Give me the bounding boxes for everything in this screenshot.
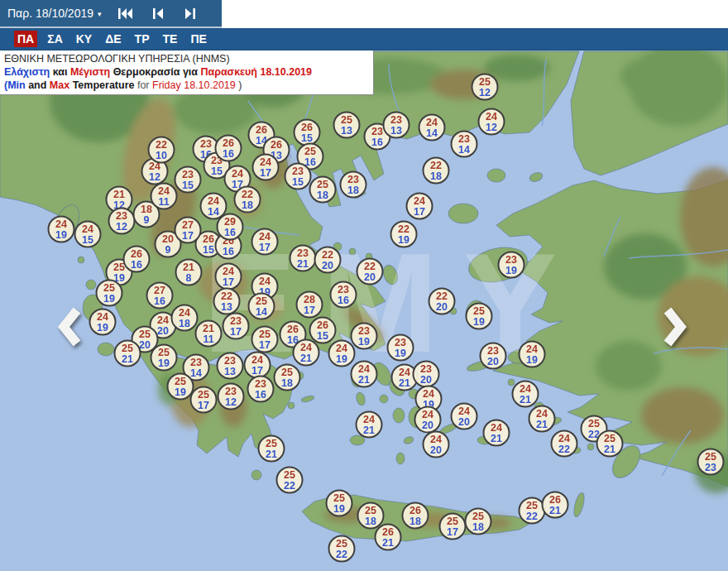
chevron-left-icon [64, 310, 77, 343]
date-dropdown[interactable]: Παρ. 18/10/2019 ▾ [7, 7, 102, 20]
tab-ΣΑ[interactable]: ΣΑ [44, 31, 66, 47]
tab-ΠΕ[interactable]: ΠΕ [187, 31, 209, 47]
map-title-box: ΕΘΝΙΚΗ ΜΕΤΕΩΡΟΛΟΓΙΚΗ ΥΠΗΡΕΣΙΑ (HNMS) Ελά… [0, 50, 374, 95]
toolbar-blue-area: Παρ. 18/10/2019 ▾ [0, 0, 222, 28]
tab-ΚΥ[interactable]: ΚΥ [73, 31, 95, 47]
tab-ΔΕ[interactable]: ΔΕ [102, 31, 124, 47]
title-part: ) [236, 79, 242, 91]
day-tabs: ΠΑΣΑΚΥΔΕΤΡΤΕΠΕ [0, 28, 728, 50]
title-english: (Min and Max Temperature for Friday 18.1… [4, 79, 369, 92]
title-greek: Ελάχιστη και Μέγιστη Θερμοκρασία για Παρ… [4, 65, 369, 79]
title-part: Friday 18.10.2019 [152, 79, 236, 91]
first-day-button[interactable] [118, 8, 132, 19]
title-part: for [134, 79, 152, 91]
title-part: Παρασκευή 18.10.2019 [200, 66, 312, 78]
tab-ΠΑ[interactable]: ΠΑ [14, 31, 37, 47]
next-map-arrow[interactable] [662, 306, 687, 348]
tab-ΤΕ[interactable]: ΤΕ [160, 31, 181, 47]
emy-watermark: ΕΜΥ [203, 224, 582, 381]
previous-map-arrow[interactable] [58, 306, 83, 348]
weather-page: { "toolbar": { "date_label": "Παρ. 18/10… [0, 0, 728, 571]
toolbar: Παρ. 18/10/2019 ▾ [0, 0, 728, 28]
previous-day-button[interactable] [153, 8, 164, 19]
title-part: Temperature [69, 79, 134, 91]
title-part: Max [50, 79, 69, 91]
skip-to-first-icon [118, 8, 132, 19]
title-part: Μέγιστη [70, 66, 113, 78]
title-part: (Min [4, 79, 26, 91]
step-previous-icon [153, 8, 164, 19]
next-day-button[interactable] [184, 8, 195, 19]
title-part: and [26, 79, 50, 91]
title-part: και [53, 66, 70, 78]
chevron-right-icon [668, 310, 681, 343]
title-part: Θερμοκρασία για [113, 66, 201, 78]
step-next-icon [184, 8, 195, 19]
date-label: Παρ. 18/10/2019 [7, 7, 93, 20]
title-part: Ελάχιστη [4, 66, 53, 78]
chevron-down-icon: ▾ [98, 10, 102, 18]
agency-title: ΕΘΝΙΚΗ ΜΕΤΕΩΡΟΛΟΓΙΚΗ ΥΠΗΡΕΣΙΑ (HNMS) [4, 52, 369, 65]
tab-ΤΡ[interactable]: ΤΡ [132, 31, 153, 47]
